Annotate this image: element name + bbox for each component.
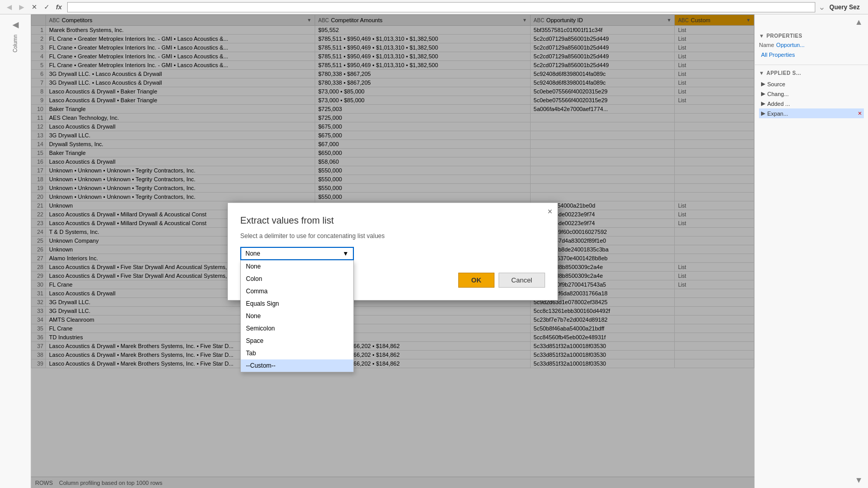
sidebar-collapse-arrow[interactable]: ◀ — [11, 19, 20, 30]
dropdown-item-equals[interactable]: Equals Sign — [241, 297, 353, 310]
delimiter-dropdown: NoneColonCommaEquals SignNoneSemicolonSp… — [240, 260, 354, 372]
formula-expand-icon[interactable]: ⌄ — [817, 1, 826, 13]
properties-title: ▼ PROPERTIES — [759, 33, 864, 39]
applied-steps-list: ▶ Source ▶ Chang... ▶ Added ... ▶ Expan.… — [759, 79, 864, 118]
applied-steps-section: ▼ APPLIED S... ▶ Source ▶ Chang... ▶ Add… — [755, 67, 868, 121]
top-bar: ◀ ▶ ✕ ✓ fx = Table.ExpandListColumn(#"Ad… — [0, 0, 868, 14]
right-panel-scroll-up[interactable]: ▲ — [854, 17, 864, 28]
main-layout: ◀ Column ABC Competitors ▼ — [0, 14, 868, 488]
right-panel-scroll-down[interactable]: ▼ — [854, 475, 864, 486]
forward-button[interactable]: ▶ — [17, 2, 27, 12]
panel-divider — [755, 65, 868, 65]
step-icon-3: ▶ — [761, 110, 765, 117]
step-icon-1: ▶ — [761, 90, 765, 97]
applied-step-1[interactable]: ▶ Chang... — [759, 89, 864, 99]
nav-buttons: ◀ ▶ ✕ ✓ fx — [4, 2, 64, 12]
content-area: ABC Competitors ▼ ABC Competitor Amounts… — [31, 14, 754, 488]
confirm-button[interactable]: ✓ — [41, 2, 52, 12]
dropdown-item-none2[interactable]: None — [241, 310, 353, 322]
fx-icon: fx — [54, 2, 64, 12]
applied-steps-title: ▼ APPLIED S... — [759, 70, 864, 76]
applied-step-0[interactable]: ▶ Source — [759, 79, 864, 89]
dropdown-item-space[interactable]: Space — [241, 335, 353, 347]
modal-overlay: × Extract values from list Select a deli… — [31, 14, 754, 488]
step-icon-0: ▶ — [761, 81, 765, 87]
all-properties-link[interactable]: All Properties — [759, 50, 864, 59]
dropdown-item-comma[interactable]: Comma — [241, 285, 353, 297]
name-field-value: Opportun... — [776, 42, 804, 48]
close-query-button[interactable]: ✕ — [29, 2, 39, 12]
cancel-button[interactable]: Cancel — [499, 273, 545, 288]
dropdown-arrow-icon: ▼ — [343, 250, 349, 257]
query-sez-label: Query Sez — [829, 4, 864, 11]
back-button[interactable]: ◀ — [4, 2, 14, 12]
step-label-2: Added ... — [767, 101, 862, 107]
step-label-1: Chang... — [767, 91, 862, 97]
dropdown-item-custom[interactable]: --Custom-- — [241, 359, 353, 372]
dropdown-item-semicolon[interactable]: Semicolon — [241, 322, 353, 335]
step-label-3: Expan... — [767, 111, 856, 117]
dropdown-item-tab[interactable]: Tab — [241, 347, 353, 359]
applied-step-2[interactable]: ▶ Added ... — [759, 99, 864, 108]
name-row: Name Opportun... — [759, 42, 864, 48]
delimiter-selector[interactable]: None ▼ NoneColonCommaEquals SignNoneSemi… — [240, 247, 354, 260]
triangle-icon: ▼ — [759, 33, 764, 39]
selected-delimiter-text: None — [245, 250, 260, 257]
modal-close-button[interactable]: × — [548, 207, 552, 216]
right-panel: ▲ ▼ PROPERTIES Name Opportun... All Prop… — [754, 14, 868, 488]
step-delete-3[interactable]: ✕ — [858, 111, 862, 116]
sidebar-column-label: Column — [12, 35, 18, 52]
applied-step-3[interactable]: ▶ Expan... ✕ — [759, 108, 864, 118]
triangle-icon-2: ▼ — [759, 70, 764, 76]
step-icon-2: ▶ — [761, 100, 765, 107]
properties-section: ▼ PROPERTIES Name Opportun... All Proper… — [755, 30, 868, 62]
modal-desc: Select a delimiter to use for concatenat… — [240, 232, 545, 240]
delimiter-display[interactable]: None ▼ — [240, 247, 354, 260]
formula-input[interactable]: = Table.ExpandListColumn(#"Added Custom"… — [67, 2, 815, 12]
formula-bar: = Table.ExpandListColumn(#"Added Custom"… — [67, 1, 826, 13]
modal-title: Extract values from list — [240, 215, 545, 226]
left-sidebar: ◀ Column — [0, 14, 31, 488]
dropdown-item-none[interactable]: None — [241, 260, 353, 273]
extract-values-modal: × Extract values from list Select a deli… — [227, 202, 558, 301]
step-label-0: Source — [767, 81, 862, 87]
ok-button[interactable]: OK — [458, 273, 494, 288]
dropdown-item-colon[interactable]: Colon — [241, 273, 353, 285]
name-field-label: Name — [759, 42, 774, 48]
